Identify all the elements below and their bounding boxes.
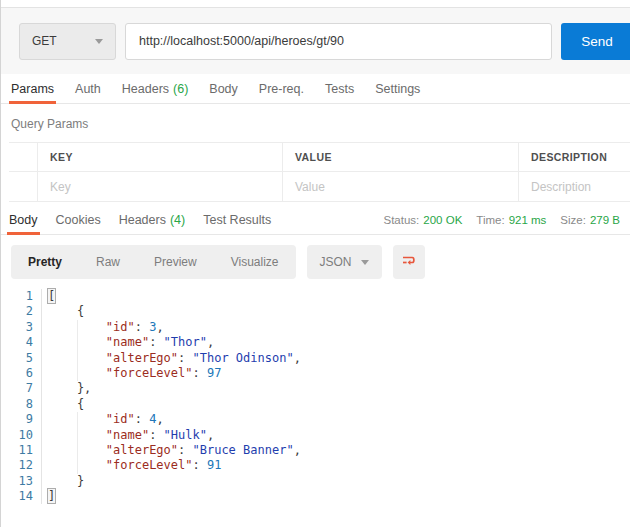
line-content: }, (42, 381, 91, 396)
postman-request-panel: GET http://localhost:5000/api/heroes/gt/… (0, 0, 630, 527)
view-mode-pretty[interactable]: Pretty (11, 245, 79, 279)
line-content: "name": "Hulk", (42, 428, 214, 443)
response-headers-count-badge: (4) (170, 213, 185, 227)
column-header-value: VALUE (283, 143, 519, 171)
line-content: "forceLevel": 97 (42, 366, 221, 381)
code-line: 9 "id": 4, (1, 412, 630, 427)
value-input[interactable]: Value (283, 172, 519, 201)
line-number: 8 (1, 397, 42, 412)
headers-count-badge: (6) (173, 82, 188, 96)
window-top-strip (1, 0, 630, 8)
tab-settings[interactable]: Settings (375, 74, 420, 103)
line-number: 6 (1, 366, 42, 381)
code-line: 10 "name": "Hulk", (1, 428, 630, 443)
line-content: "id": 3, (42, 320, 164, 335)
line-number: 11 (1, 443, 42, 458)
code-line: 11 "alterEgo": "Bruce Banner", (1, 443, 630, 458)
line-number: 12 (1, 458, 42, 473)
line-content: "alterEgo": "Bruce Banner", (42, 443, 301, 458)
row-select-column (9, 143, 38, 171)
query-params-table: KEY VALUE DESCRIPTION Key Value Descript… (9, 142, 630, 202)
column-header-key: KEY (38, 143, 283, 171)
row-select-cell[interactable] (9, 172, 38, 201)
table-header-row: KEY VALUE DESCRIPTION (9, 143, 630, 171)
chevron-down-icon (361, 260, 369, 265)
line-number: 4 (1, 335, 42, 350)
column-header-description: DESCRIPTION (519, 143, 630, 171)
code-line: 6 "forceLevel": 97 (1, 366, 630, 381)
code-line: 13 } (1, 474, 630, 489)
code-line: 7 }, (1, 381, 630, 396)
tab-pre-request[interactable]: Pre-req. (259, 74, 304, 103)
view-mode-preview[interactable]: Preview (137, 245, 214, 279)
response-tab-body[interactable]: Body (9, 206, 38, 234)
line-number: 5 (1, 351, 42, 366)
code-line: 14] (1, 489, 630, 504)
line-content: } (42, 474, 84, 489)
code-line: 3 "id": 3, (1, 320, 630, 335)
status-badge: Status:200 OK (384, 214, 463, 226)
description-input[interactable]: Description (519, 172, 630, 201)
line-content: "alterEgo": "Thor Odinson", (42, 351, 301, 366)
wrap-text-icon (401, 253, 417, 272)
line-content: { (42, 397, 84, 412)
line-content: "id": 4, (42, 412, 164, 427)
line-number: 2 (1, 304, 42, 319)
line-number: 10 (1, 428, 42, 443)
table-row: Key Value Description (9, 171, 630, 201)
line-content: "forceLevel": 91 (42, 458, 221, 473)
chevron-down-icon (95, 39, 103, 44)
response-body-viewer[interactable]: 1[2 {3 "id": 3,4 "name": "Thor",5 "alter… (1, 287, 630, 504)
line-number: 7 (1, 381, 42, 396)
line-number: 14 (1, 489, 42, 504)
code-line: 5 "alterEgo": "Thor Odinson", (1, 351, 630, 366)
line-content: ] (42, 489, 55, 504)
send-button[interactable]: Send (561, 23, 630, 60)
code-lines: 1[2 {3 "id": 3,4 "name": "Thor",5 "alter… (1, 289, 630, 504)
response-tab-cookies[interactable]: Cookies (56, 206, 101, 234)
format-select[interactable]: JSON (307, 245, 382, 279)
response-toolbar: Pretty Raw Preview Visualize JSON (1, 235, 630, 287)
response-meta: Status:200 OK Time:921 ms Size:279 B (384, 206, 630, 234)
line-number: 13 (1, 474, 42, 489)
request-url-bar: GET http://localhost:5000/api/heroes/gt/… (1, 8, 630, 74)
code-line: 4 "name": "Thor", (1, 335, 630, 350)
code-line: 2 { (1, 304, 630, 319)
view-mode-visualize[interactable]: Visualize (214, 245, 296, 279)
tab-body[interactable]: Body (209, 74, 238, 103)
key-input[interactable]: Key (38, 172, 283, 201)
query-params-title: Query Params (1, 104, 630, 142)
view-mode-raw[interactable]: Raw (79, 245, 137, 279)
tab-auth[interactable]: Auth (75, 74, 101, 103)
view-mode-group: Pretty Raw Preview Visualize (11, 245, 296, 279)
response-tabs: Body Cookies Headers (4) Test Results St… (1, 206, 630, 235)
tab-tests[interactable]: Tests (325, 74, 354, 103)
format-label: JSON (320, 255, 352, 269)
response-tab-test-results[interactable]: Test Results (203, 206, 271, 234)
code-line: 1[ (1, 289, 630, 304)
line-number: 9 (1, 412, 42, 427)
line-content: "name": "Thor", (42, 335, 214, 350)
url-input[interactable]: http://localhost:5000/api/heroes/gt/90 (125, 23, 552, 60)
wrap-lines-button[interactable] (393, 245, 425, 279)
method-label: GET (32, 34, 57, 48)
line-number: 3 (1, 320, 42, 335)
tab-params[interactable]: Params (11, 74, 54, 103)
tab-headers[interactable]: Headers (6) (122, 74, 189, 103)
line-content: [ (42, 289, 55, 304)
method-select[interactable]: GET (19, 23, 116, 60)
url-text: http://localhost:5000/api/heroes/gt/90 (139, 34, 344, 48)
line-number: 1 (1, 289, 42, 304)
size-badge: Size:279 B (560, 214, 620, 226)
code-line: 8 { (1, 397, 630, 412)
response-tab-headers[interactable]: Headers (4) (119, 206, 186, 234)
time-badge: Time:921 ms (476, 214, 546, 226)
code-line: 12 "forceLevel": 91 (1, 458, 630, 473)
line-content: { (42, 304, 84, 319)
request-tabs: Params Auth Headers (6) Body Pre-req. Te… (1, 74, 630, 104)
